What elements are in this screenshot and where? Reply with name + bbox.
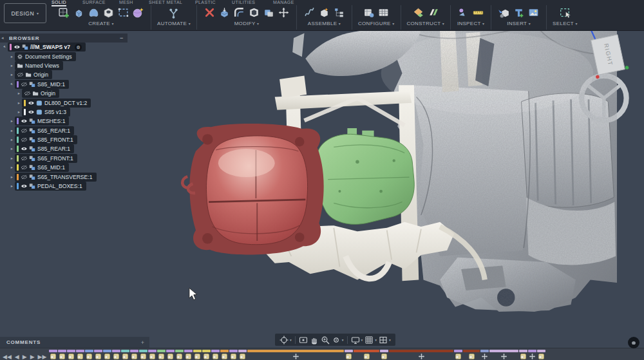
insert-mesh-icon[interactable] (497, 6, 511, 19)
timeline-feature[interactable] (103, 350, 111, 359)
browser-row-label[interactable]: PEDAL_BOXES:1 (37, 183, 82, 189)
tree-expand-closed-icon[interactable]: ▸ (9, 72, 15, 77)
browser-row--m-swaps-v7[interactable]: ▴///M_SWAPS v7⚙ (0, 43, 128, 52)
toolbar-group-label[interactable]: SELECT ▾ (553, 21, 578, 26)
browser-row-label[interactable]: Document Settings (25, 53, 72, 60)
timeline-component-icon[interactable] (222, 354, 227, 359)
tree-expand-closed-icon[interactable]: ▸ (9, 118, 15, 124)
table-icon[interactable] (377, 6, 390, 19)
timeline-feature[interactable] (121, 350, 129, 359)
fit-tool-icon[interactable] (331, 335, 341, 345)
browser-row-s65-front-1[interactable]: ▸S65_FRONT:1 (0, 154, 128, 163)
workspace-switcher[interactable]: DESIGN ▾ (4, 3, 46, 23)
chevron-down-icon[interactable]: ▾ (389, 338, 391, 342)
ribbon-tab-surface[interactable]: SURFACE (82, 0, 106, 5)
timeline-feature[interactable] (528, 350, 536, 359)
display-tool-icon[interactable] (350, 335, 361, 345)
plane-angle-icon[interactable] (426, 6, 440, 19)
tree-expand-closed-icon[interactable]: ▸ (16, 100, 22, 106)
measure-icon[interactable] (457, 6, 470, 19)
timeline-feature[interactable] (184, 350, 193, 359)
browser-row-meshes-1[interactable]: ▸MESHES:1 (0, 117, 128, 126)
ribbon-tab-plastic[interactable]: PLASTIC (195, 0, 216, 5)
play-button[interactable]: ▶ (23, 354, 27, 360)
visibility-off-icon[interactable] (21, 128, 27, 134)
timeline-move-icon[interactable] (293, 354, 299, 359)
tree-expand-closed-icon[interactable]: ▸ (16, 109, 22, 115)
timeline-feature[interactable] (148, 350, 156, 359)
delete-icon[interactable] (203, 6, 216, 19)
toolbar-group-label[interactable]: ASSEMBLE ▾ (308, 21, 341, 26)
sphere-icon[interactable] (131, 6, 145, 19)
tree-expand-closed-icon[interactable]: ▸ (9, 63, 15, 68)
visibility-on-icon[interactable] (28, 100, 34, 106)
timeline-feature[interactable] (94, 350, 102, 359)
select-icon[interactable] (558, 6, 572, 19)
browser-row-pedal-boxes-1[interactable]: ▸PEDAL_BOXES:1 (0, 182, 128, 191)
browser-row-label[interactable]: S85_FRONT:1 (37, 137, 73, 143)
ribbon-tab-utilities[interactable]: UTILITIES (232, 0, 255, 5)
new-component-icon[interactable] (317, 6, 331, 19)
zoom-tool-icon[interactable] (320, 335, 330, 345)
timeline-feature[interactable] (211, 350, 220, 359)
timeline-feature[interactable] (67, 350, 75, 359)
visibility-on-icon[interactable] (21, 183, 27, 189)
timeline-component-icon[interactable] (104, 354, 110, 359)
viewports-tool-icon[interactable] (378, 335, 388, 345)
timeline-feature[interactable] (130, 350, 138, 359)
ruler-icon[interactable] (471, 6, 485, 19)
timeline-feature[interactable] (345, 350, 353, 359)
timeline-component-icon[interactable] (381, 354, 387, 359)
browser-row-s65-rear-1[interactable]: ▸S65_REAR:1 (0, 126, 128, 135)
chevron-down-icon[interactable]: ▾ (361, 338, 363, 342)
ribbon-tab-mesh[interactable]: MESH (119, 0, 133, 5)
timeline-move-icon[interactable] (529, 354, 535, 359)
plane-offset-icon[interactable] (412, 6, 425, 19)
visibility-off-icon[interactable] (21, 164, 27, 171)
timeline-component-icon[interactable] (185, 354, 191, 359)
timeline-component-icon[interactable] (240, 354, 245, 359)
timeline-feature[interactable] (202, 350, 211, 359)
visibility-on-icon[interactable] (21, 146, 27, 152)
browser-row-label[interactable]: Origin (33, 71, 48, 78)
browser-row-origin[interactable]: ▸Origin (0, 89, 128, 98)
browser-row-named-views[interactable]: ▸Named Views (0, 61, 128, 70)
timeline-component-icon[interactable] (455, 354, 461, 359)
visibility-off-icon[interactable] (17, 71, 23, 78)
combine-icon[interactable] (262, 6, 276, 19)
engine-mesh-red[interactable] (182, 124, 324, 254)
timeline-move-icon[interactable] (501, 354, 507, 359)
timeline-component-icon[interactable] (346, 354, 352, 359)
timeline-component-icon[interactable] (176, 354, 182, 359)
chevron-down-icon[interactable]: ▾ (342, 338, 344, 342)
timeline-feature[interactable] (76, 350, 84, 359)
form-icon[interactable] (87, 6, 100, 19)
timeline-feature[interactable] (157, 350, 166, 359)
extrude-icon[interactable] (72, 6, 86, 19)
tree-icon[interactable] (332, 6, 346, 19)
timeline-component-icon[interactable] (469, 354, 475, 359)
timeline-feature[interactable] (389, 350, 453, 359)
canvas-icon[interactable] (512, 6, 526, 19)
toolbar-group-label[interactable]: MODIFY ▾ (234, 21, 260, 26)
tree-expand-closed-icon[interactable]: ▸ (9, 137, 15, 142)
shell-icon[interactable] (247, 6, 261, 19)
timeline-component-icon[interactable] (140, 354, 146, 359)
browser-row-s85-front-1[interactable]: ▸S85_FRONT:1 (0, 135, 128, 144)
browser-row-label[interactable]: ///M_SWAPS v7 (30, 44, 70, 50)
timeline-component-icon[interactable] (520, 354, 526, 359)
browser-row-s85-v1-3[interactable]: ▸S85 v1:3 (0, 108, 128, 117)
browser-header[interactable]: BROWSER − (0, 33, 128, 43)
timeline-component-icon[interactable] (68, 354, 74, 359)
toolbar-group-label[interactable]: AUTOMATE ▾ (157, 21, 191, 26)
visibility-off-icon[interactable] (24, 90, 30, 97)
timeline-component-icon[interactable] (131, 354, 137, 359)
chevron-down-icon[interactable]: ▾ (375, 338, 377, 342)
timeline-component-icon[interactable] (204, 354, 209, 359)
image-icon[interactable] (527, 6, 540, 19)
browser-row-label[interactable]: S65_MID:1 (37, 164, 65, 171)
timeline-feature[interactable] (354, 350, 379, 359)
timeline-feature[interactable] (489, 350, 518, 359)
grid-tool-icon[interactable] (364, 335, 374, 345)
joint-icon[interactable] (303, 6, 316, 19)
